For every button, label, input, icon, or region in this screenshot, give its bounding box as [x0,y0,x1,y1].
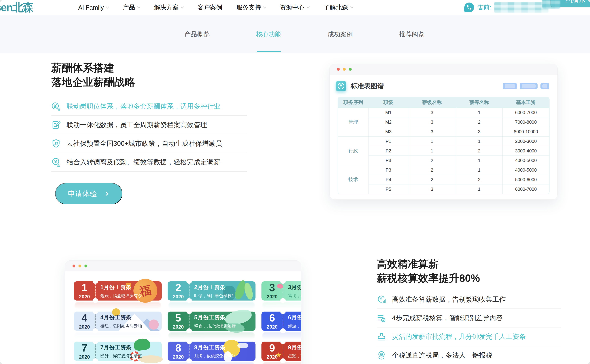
skeleton-button[interactable] [503,83,517,89]
table-row: P2123000-4000 [338,146,549,156]
skeleton-button[interactable] [540,83,549,89]
payslip-subtitle: 鸢飞，缤纷花叶 [288,293,301,299]
payslip-card-august[interactable]: 82020 8月份工资条月满，依依皎兔共婵娟 [168,342,255,361]
payslip-card-june[interactable]: 62020 6月份工资条鲸游， [261,312,301,331]
payslip-card-september[interactable]: ★ 92020 9月份工资条星耀，万家热血 [261,342,301,361]
star-decor: ★ [276,351,282,359]
table-row: P3214000-5000 [338,156,549,165]
payslip-title: 5月份工资条 [194,314,236,321]
ticket-notch [280,298,286,303]
nav-item-customer-cases[interactable]: 客户案例 [198,3,222,12]
feature-item: 结合入转调离及假勤、绩效等数据，轻松完成定调薪 [51,153,247,172]
main-nav: AI Family 产品 解决方案 客户案例 服务支持 资源中心 了解北森 [78,3,353,12]
month-year: 2020 [261,324,283,330]
skeleton-button[interactable] [520,83,538,89]
payslip-subtitle: 星耀，万家热血 [288,353,301,359]
nav-item-ai-family[interactable]: AI Family [78,4,109,11]
payslip-card-march[interactable]: 32020 3月份工资条鸢飞，缤纷花叶 [261,281,301,300]
window-close-dot[interactable] [337,68,340,71]
ticket-notch [186,358,192,363]
feature-item: 4步完成薪税核算，智能识别差异内容 [377,309,561,327]
ticket-notch [93,298,98,303]
nav-item-about[interactable]: 了解北森 [324,3,353,12]
nav-item-products[interactable]: 产品 [123,3,140,12]
hero-feature-list: 联动岗职位体系，落地多套薪酬体系，适用多种行业 联动一体化数据，员工全周期薪资档… [51,97,247,172]
payslip-title: 2月份工资条 [194,284,236,291]
chevron-down-icon [263,5,266,8]
month-year: 2020 [74,354,95,360]
ticket-divider [283,344,283,358]
chevron-down-icon [181,5,184,8]
yen-exchange-icon [51,157,61,167]
payslip-title: 1月份工资条 [100,284,142,291]
payslip-title: 7月份工资条 [100,344,142,351]
window-minimize-dot[interactable] [343,68,346,71]
payslip-card-may[interactable]: 52020 5月份工资条粽香，几户炊烟飘远塘 [168,312,255,331]
ticket-notch [280,309,286,314]
checklist-icon [377,313,386,323]
month-year: 2020 [168,324,189,330]
group-cell: 技术 [338,165,369,194]
payslip-card-july[interactable]: 72020 7月份工资条鸥升，浮潜碧海望晴空 [74,342,162,361]
cloud-decor [237,343,248,348]
tab-recommended-reading[interactable]: 推荐阅览 [399,30,425,39]
feature-item: 灵活的发薪审批流程，几分钟发完千人工资条 [377,327,561,346]
payslip-window: 福 12020 1月份工资条鲤跃，福盈乾坤庆有余 22020 2月份工资条叶绿，… [65,260,301,364]
ticket-notch [280,328,286,333]
payslip-title: 3月份工资条 [288,284,301,291]
feature-item: 联动一体化数据，员工全周期薪资档案高效管理 [51,116,247,134]
table-card-header: ¥ 标准表图谱 [330,75,558,97]
payslip-subtitle: 月满，依依皎兔共婵娟 [194,353,236,359]
table-row: P4225000-6000 [338,175,549,184]
window-zoom-dot[interactable] [84,265,87,267]
month-year: 2020 [74,324,95,330]
yen-chart-icon [377,295,386,304]
window-minimize-dot[interactable] [78,265,81,267]
ticket-divider [95,284,96,298]
ticket-notch [93,339,98,344]
nav-item-resources[interactable]: 资源中心 [280,3,309,12]
ticket-notch [93,309,98,314]
payslip-subtitle: 樱红，暖阳融雪润云岫 [100,323,142,329]
ticket-notch [280,279,286,284]
svg-text:SI: SI [54,141,58,145]
apply-trial-button[interactable]: 申请体验 [55,183,123,204]
month-year: 2020 [74,294,95,300]
ticket-notch [186,279,192,284]
table-header-row: 职务序列 职级 薪级名称 薪等名称 基本工资 [338,97,549,108]
window-zoom-dot[interactable] [349,68,352,71]
payslip-title: 6月份工资条 [288,314,301,321]
blurred-phone-number [494,2,548,13]
tab-core-features[interactable]: 核心功能 [256,30,281,39]
payslip-card-february[interactable]: 22020 2月份工资条叶绿，满目春色翠枝生 [168,281,255,300]
nav-item-solutions[interactable]: 解决方案 [154,3,183,12]
window-titlebar [330,64,558,75]
group-cell: 管理 [338,108,369,136]
table-row: M3338000-10000 [338,127,549,136]
payslip-title: 4月份工资条 [100,314,142,321]
payslip-title: 8月份工资条 [194,344,236,351]
window-close-dot[interactable] [72,265,75,267]
chevron-down-icon [350,5,353,8]
standard-table-window: ¥ 标准表图谱 职务序列 职级 薪级名称 薪等名称 基本工资 [330,64,558,200]
month-number: 6 [261,313,283,323]
payslip-card-april[interactable]: 42020 4月份工资条樱红，暖阳融雪润云岫 [74,312,162,331]
payslip-subtitle: 鲸游， [288,323,301,329]
chevron-down-icon [137,5,140,8]
payslip-subtitle: 叶绿，满目春色翠枝生 [194,293,236,299]
month-number: 8 [168,343,189,353]
beisen-logo[interactable]: sen北森 [0,0,33,15]
blur-patch [542,0,560,9]
month-number: 2 [168,282,189,293]
tab-product-overview[interactable]: 产品概览 [184,30,210,39]
payslip-card-january[interactable]: 福 12020 1月份工资条鲤跃，福盈乾坤庆有余 [74,281,162,300]
ticket-divider [189,284,189,298]
yen-document-icon [51,102,61,111]
ticket-divider [189,344,189,358]
nav-item-support[interactable]: 服务支持 [236,3,266,12]
payslip-grid: 福 12020 1月份工资条鲤跃，福盈乾坤庆有余 22020 2月份工资条叶绿，… [65,271,301,364]
payslip-subtitle: 粽香，几户炊烟飘远塘 [194,323,236,329]
month-number: 3 [261,282,283,293]
ticket-notch [186,328,192,333]
tab-success-cases[interactable]: 成功案例 [328,30,353,39]
